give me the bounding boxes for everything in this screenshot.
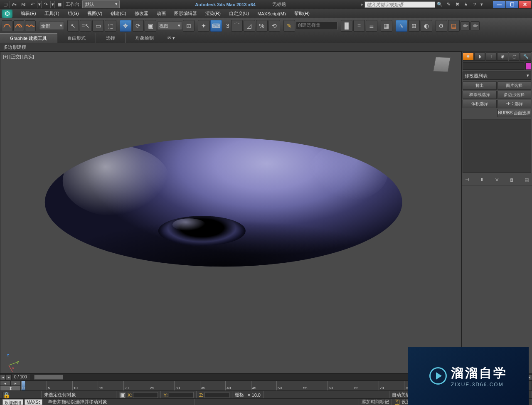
- ribbon-tab-freeform[interactable]: 自由形式: [57, 33, 96, 43]
- timeline-mini-track[interactable]: ⬍: [0, 386, 21, 391]
- modifier-stack-view[interactable]: [463, 119, 531, 173]
- app-menu-button[interactable]: ⬡: [2, 10, 12, 18]
- add-time-tag-button[interactable]: 添加时间标记: [359, 399, 392, 405]
- configure-sets-icon[interactable]: ▤: [523, 176, 530, 183]
- percent-snap-icon[interactable]: %: [256, 20, 268, 32]
- curve-editor-icon[interactable]: ∿: [396, 20, 407, 32]
- coord-z-input[interactable]: [204, 392, 229, 398]
- select-scale-icon[interactable]: ▣: [145, 20, 156, 32]
- utilities-panel-tab[interactable]: 🔧: [520, 52, 531, 61]
- modifier-list-dropdown[interactable]: 修改器列表: [463, 72, 531, 80]
- window-close-button[interactable]: ✕: [519, 1, 531, 8]
- redo-drop-icon[interactable]: ▾: [51, 1, 55, 8]
- edit-named-sel-icon[interactable]: ✎: [283, 20, 295, 32]
- object-color-swatch[interactable]: [525, 62, 531, 70]
- window-minimize-button[interactable]: —: [493, 1, 505, 8]
- modifier-poly-select-button[interactable]: 多边形选择: [498, 91, 532, 99]
- menu-create[interactable]: 创建(C): [106, 10, 130, 17]
- selection-filter-dropdown[interactable]: 全部: [39, 22, 64, 30]
- unlink-icon[interactable]: [13, 20, 24, 31]
- help-icon[interactable]: ?: [471, 1, 478, 8]
- search-icon[interactable]: 🔍: [436, 1, 443, 8]
- scroll-right-icon[interactable]: ▸: [6, 374, 12, 380]
- pin-stack-icon[interactable]: ⊣: [463, 176, 471, 183]
- align-icon[interactable]: ≡: [353, 20, 365, 32]
- timeline-next-icon[interactable]: ▸: [10, 380, 21, 386]
- menu-help[interactable]: 帮助(H): [290, 10, 314, 17]
- select-by-name-icon[interactable]: ≡↖: [80, 20, 91, 32]
- make-unique-icon[interactable]: ∀: [493, 176, 501, 183]
- window-crossing-icon[interactable]: ⬚: [105, 20, 116, 32]
- show-end-result-icon[interactable]: Ⅱ: [478, 176, 486, 183]
- modifier-patch-select-button[interactable]: 面片选择: [498, 81, 532, 90]
- modify-panel-tab[interactable]: ◗: [474, 52, 485, 61]
- object-name-field[interactable]: [463, 62, 525, 70]
- menu-modifiers[interactable]: 修改器: [131, 10, 153, 17]
- material-editor-icon[interactable]: ◐: [421, 20, 432, 32]
- render-production-icon[interactable]: [461, 21, 470, 30]
- display-panel-tab[interactable]: ▢: [509, 52, 520, 61]
- project-icon[interactable]: ▦: [55, 1, 64, 8]
- set-key-icon[interactable]: ⚿: [394, 399, 400, 405]
- modifier-ffd-select-button[interactable]: FFD 选择: [498, 100, 532, 108]
- rectangle-region-icon[interactable]: ▭: [92, 20, 104, 32]
- help-search-input[interactable]: [365, 1, 435, 8]
- menu-views[interactable]: 视图(V): [83, 10, 107, 17]
- ribbon-expand-icon[interactable]: ✉ ▾: [164, 33, 178, 43]
- viewcube[interactable]: [434, 57, 453, 75]
- layers-icon[interactable]: ≣: [366, 20, 377, 32]
- modifier-spline-select-button[interactable]: 样条线选择: [463, 91, 497, 99]
- undo-drop-icon[interactable]: ▾: [37, 1, 42, 8]
- modifier-rollout-area[interactable]: [462, 185, 532, 373]
- motion-panel-tab[interactable]: ◉: [497, 52, 508, 61]
- named-selection-input[interactable]: 创建选择集: [296, 22, 337, 30]
- menu-rendering[interactable]: 渲染(R): [201, 10, 225, 17]
- menu-edit[interactable]: 编辑(E): [17, 10, 40, 17]
- ribbon-tab-paint[interactable]: 对象绘制: [126, 33, 164, 43]
- select-manipulate-icon[interactable]: ✦: [198, 20, 209, 32]
- select-link-icon[interactable]: [2, 20, 12, 31]
- angle-snap-icon[interactable]: ◿: [244, 20, 255, 32]
- menu-group[interactable]: 组(G): [64, 10, 83, 17]
- isolate-icon[interactable]: ▣: [119, 392, 126, 398]
- remove-modifier-icon[interactable]: 🗑: [508, 176, 515, 183]
- schematic-view-icon[interactable]: ⊞: [408, 20, 420, 32]
- ribbon-tab-selection[interactable]: 选择: [96, 33, 126, 43]
- modifier-vol-select-button[interactable]: 体积选择: [463, 100, 497, 108]
- scene-object-ufo[interactable]: [45, 138, 402, 267]
- menu-graph-editors[interactable]: 图形编辑器: [170, 10, 201, 17]
- ribbon-sub-panel[interactable]: 多边形建模: [0, 43, 532, 52]
- render-iterative-icon[interactable]: [470, 21, 480, 30]
- welcome-button[interactable]: 欢迎使用: [2, 399, 23, 405]
- viewport-label[interactable]: [+] [正交] [真实]: [3, 54, 34, 60]
- menu-tools[interactable]: 工具(T): [40, 10, 64, 17]
- create-panel-tab[interactable]: ✹: [463, 52, 474, 61]
- favorite-icon[interactable]: ★: [462, 1, 470, 8]
- graphite-toggle-icon[interactable]: ▦: [381, 20, 392, 32]
- community-icon[interactable]: ✎: [445, 1, 452, 8]
- workspace-selector[interactable]: 默认: [82, 0, 120, 8]
- redo-icon[interactable]: ↷: [42, 1, 51, 8]
- mirror-icon[interactable]: ▐▌: [341, 20, 352, 32]
- reference-coord-dropdown[interactable]: 视图: [157, 22, 182, 30]
- hierarchy-panel-tab[interactable]: ⌶: [485, 52, 497, 61]
- help-drop-icon[interactable]: ▾: [480, 1, 484, 8]
- menu-customize[interactable]: 自定义(U): [225, 10, 253, 17]
- select-rotate-icon[interactable]: ⟳: [132, 20, 144, 32]
- select-move-icon[interactable]: ✥: [120, 20, 131, 32]
- lock-selection-icon[interactable]: 🔒: [2, 392, 10, 398]
- coord-x-input[interactable]: [133, 392, 158, 398]
- save-file-icon[interactable]: 🖫: [19, 1, 28, 8]
- open-file-icon[interactable]: 🗁: [10, 1, 19, 8]
- menu-animation[interactable]: 动画: [153, 10, 170, 17]
- select-object-icon[interactable]: ↖: [67, 20, 79, 32]
- bind-spacewarp-icon[interactable]: [25, 20, 36, 31]
- menu-maxscript[interactable]: MAXScript(M): [253, 10, 290, 17]
- scroll-left-icon[interactable]: ◂: [0, 374, 6, 380]
- render-setup-icon[interactable]: ⚙: [436, 20, 447, 32]
- coord-y-input[interactable]: [169, 392, 194, 398]
- new-file-icon[interactable]: ▢: [1, 1, 10, 8]
- modifier-extrude-button[interactable]: 挤出: [463, 81, 497, 90]
- rendered-frame-icon[interactable]: ▤: [448, 20, 460, 32]
- snap-toggle-icon[interactable]: ⌒: [231, 20, 243, 32]
